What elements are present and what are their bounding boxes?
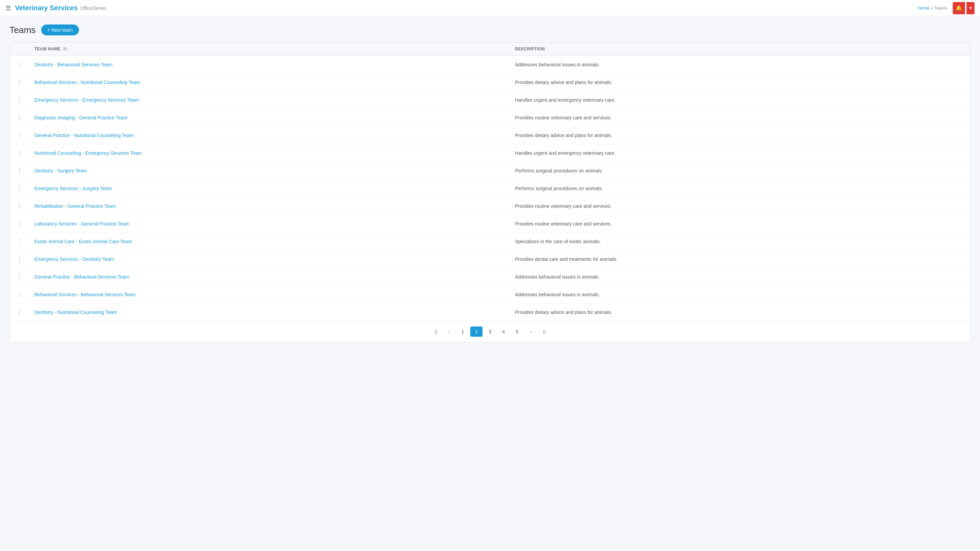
new-team-button[interactable]: + New team xyxy=(41,24,79,35)
team-description: Provides dietary advice and plans for an… xyxy=(515,79,612,85)
pagination-page-3[interactable]: 3 xyxy=(484,327,496,337)
team-description-cell: Provides routine veterinary care and ser… xyxy=(509,215,970,233)
team-description: Provides dietary advice and plans for an… xyxy=(515,133,612,138)
hamburger-icon[interactable]: ☰ xyxy=(5,5,11,12)
row-menu-cell: ⋮ xyxy=(10,179,29,197)
teams-table-container: TEAM NAME ⊟ DESCRIPTION ⋮Dentistry - Beh… xyxy=(10,42,970,343)
breadcrumb-current: Teams xyxy=(934,5,947,11)
row-menu-button[interactable]: ⋮ xyxy=(15,166,24,175)
team-name-link[interactable]: Behavioral Services - Nutritional Counse… xyxy=(34,79,140,85)
filter-icon[interactable]: ⊟ xyxy=(63,47,67,51)
pagination-page-5[interactable]: 5 xyxy=(511,327,523,337)
team-name-link[interactable]: Dentistry - Surgery Team xyxy=(34,168,87,173)
team-description-cell: Addresses behavioral issues in animals. xyxy=(509,268,970,286)
pagination-page-4[interactable]: 4 xyxy=(498,327,510,337)
team-description-cell: Performs surgical procedures on animals. xyxy=(509,162,970,179)
row-menu-button[interactable]: ⋮ xyxy=(15,148,24,157)
row-menu-button[interactable]: ⋮ xyxy=(15,237,24,246)
table-header: TEAM NAME ⊟ DESCRIPTION xyxy=(10,43,970,56)
pagination-last-button[interactable]: |⟩ xyxy=(538,327,550,337)
table-row: ⋮Behavioral Services - Behavioral Servic… xyxy=(10,286,970,303)
table-row: ⋮Dentistry - Surgery TeamPerforms surgic… xyxy=(10,162,970,179)
team-name-cell: Behavioral Services - Nutritional Counse… xyxy=(29,73,509,91)
row-menu-cell: ⋮ xyxy=(10,144,29,162)
team-description: Specializes in the care of exotic animal… xyxy=(515,239,601,244)
pagination-next-button[interactable]: › xyxy=(525,327,537,337)
team-description: Addresses behavioral issues in animals. xyxy=(515,274,600,279)
team-name-link[interactable]: Emergency Services - Emergency Services … xyxy=(34,97,139,103)
team-name-cell: Emergency Services - Dentistry Team xyxy=(29,250,509,268)
row-menu-cell: ⋮ xyxy=(10,250,29,268)
team-description-cell: Handles urgent and emergency veterinary … xyxy=(509,91,970,109)
team-name-link[interactable]: Emergency Services - Dentistry Team xyxy=(34,256,114,262)
row-menu-button[interactable]: ⋮ xyxy=(15,254,24,264)
notifications-button[interactable]: 🔔 xyxy=(953,2,965,14)
team-description: Provides dental care and treatments for … xyxy=(515,256,617,262)
team-description-cell: Addresses behavioral issues in animals. xyxy=(509,56,970,73)
table-row: ⋮Dentistry - Behavioral Services TeamAdd… xyxy=(10,56,970,73)
notifications-dropdown-button[interactable]: ▼ xyxy=(966,2,975,14)
row-menu-cell: ⋮ xyxy=(10,268,29,286)
row-menu-cell: ⋮ xyxy=(10,127,29,144)
team-description: Provides routine veterinary care and ser… xyxy=(515,115,611,121)
team-name-cell: Diagnostic Imaging - General Practice Te… xyxy=(29,109,509,127)
row-menu-button[interactable]: ⋮ xyxy=(15,60,24,69)
team-name-cell: General Practice - Nutritional Counselin… xyxy=(29,127,509,144)
app-header: ☰ Veterinary Services OfficeSeries Home … xyxy=(0,0,980,16)
team-description-cell: Provides dietary advice and plans for an… xyxy=(509,73,970,91)
pagination-first-button[interactable]: ⟨| xyxy=(430,327,442,337)
row-menu-button[interactable]: ⋮ xyxy=(15,130,24,140)
page-header: Teams + New team xyxy=(10,24,970,35)
team-name-link[interactable]: Emergency Services - Surgery Team xyxy=(34,186,112,191)
team-name-link[interactable]: Nutritional Counseling - Emergency Servi… xyxy=(34,150,142,156)
row-menu-button[interactable]: ⋮ xyxy=(15,202,24,211)
row-menu-button[interactable]: ⋮ xyxy=(15,78,24,87)
team-name-link[interactable]: Behavioral Services - Behavioral Service… xyxy=(34,292,136,297)
team-description-cell: Provides dental care and treatments for … xyxy=(509,250,970,268)
pagination-page-2[interactable]: 2 xyxy=(470,327,482,337)
page-title: Teams xyxy=(10,25,36,35)
team-name-link[interactable]: General Practice - Behavioral Services T… xyxy=(34,274,129,279)
team-name-link[interactable]: Dentistry - Nutritional Counseling Team xyxy=(34,310,117,315)
col-team-name: TEAM NAME ⊟ xyxy=(29,43,509,56)
team-name-link[interactable]: Dentistry - Behavioral Services Team xyxy=(34,62,112,67)
row-menu-cell: ⋮ xyxy=(10,197,29,215)
table-row: ⋮Diagnostic Imaging - General Practice T… xyxy=(10,109,970,127)
team-description: Addresses behavioral issues in animals. xyxy=(515,62,600,67)
team-name-cell: Emergency Services - Surgery Team xyxy=(29,179,509,197)
row-menu-cell: ⋮ xyxy=(10,286,29,303)
team-description: Performs surgical procedures on animals. xyxy=(515,168,603,173)
team-name-cell: Rehabilitation - General Practice Team xyxy=(29,197,509,215)
row-menu-button[interactable]: ⋮ xyxy=(15,184,24,193)
row-menu-cell: ⋮ xyxy=(10,56,29,73)
team-name-cell: General Practice - Behavioral Services T… xyxy=(29,268,509,286)
team-description-cell: Provides routine veterinary care and ser… xyxy=(509,197,970,215)
team-description: Provides routine veterinary care and ser… xyxy=(515,221,611,227)
team-name-cell: Emergency Services - Emergency Services … xyxy=(29,91,509,109)
team-name-link[interactable]: General Practice - Nutritional Counselin… xyxy=(34,133,134,138)
team-name-cell: Exotic Animal Care - Exotic Animal Care … xyxy=(29,233,509,250)
row-menu-button[interactable]: ⋮ xyxy=(15,219,24,228)
row-menu-button[interactable]: ⋮ xyxy=(15,272,24,281)
team-name-link[interactable]: Exotic Animal Care - Exotic Animal Care … xyxy=(34,239,132,244)
pagination-page-1[interactable]: 1 xyxy=(457,327,469,337)
team-name-link[interactable]: Laboratory Services - General Practice T… xyxy=(34,221,129,227)
table-row: ⋮General Practice - Behavioral Services … xyxy=(10,268,970,286)
row-menu-button[interactable]: ⋮ xyxy=(15,290,24,299)
chevron-down-icon: ▼ xyxy=(969,6,973,11)
table-row: ⋮Dentistry - Nutritional Counseling Team… xyxy=(10,303,970,321)
table-row: ⋮Nutritional Counseling - Emergency Serv… xyxy=(10,144,970,162)
table-row: ⋮Exotic Animal Care - Exotic Animal Care… xyxy=(10,233,970,250)
team-description-cell: Provides dietary advice and plans for an… xyxy=(509,127,970,144)
team-name-link[interactable]: Rehabilitation - General Practice Team xyxy=(34,203,116,209)
team-name-cell: Dentistry - Surgery Team xyxy=(29,162,509,179)
row-menu-cell: ⋮ xyxy=(10,233,29,250)
row-menu-button[interactable]: ⋮ xyxy=(15,95,24,105)
team-name-link[interactable]: Diagnostic Imaging - General Practice Te… xyxy=(34,115,127,121)
team-description: Handles urgent and emergency veterinary … xyxy=(515,150,616,156)
breadcrumb-home-link[interactable]: Home xyxy=(918,5,930,11)
row-menu-button[interactable]: ⋮ xyxy=(15,308,24,317)
team-description-cell: Provides routine veterinary care and ser… xyxy=(509,109,970,127)
pagination-prev-button[interactable]: ‹ xyxy=(443,327,455,337)
row-menu-button[interactable]: ⋮ xyxy=(15,113,24,122)
